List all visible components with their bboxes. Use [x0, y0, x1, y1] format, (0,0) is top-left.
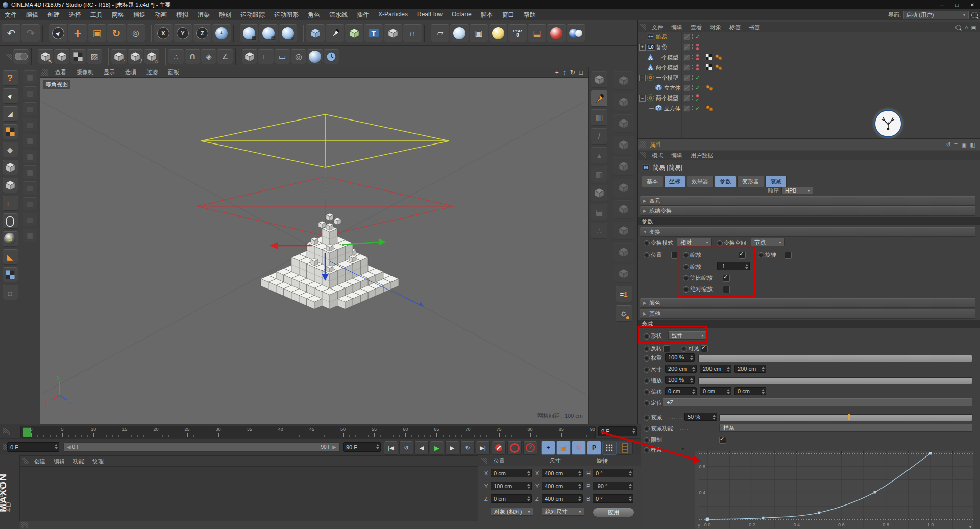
subdivision-surface-icon[interactable] — [345, 24, 363, 42]
anim-dot-icon[interactable] — [681, 346, 687, 352]
size-x-field[interactable]: 200 cm — [665, 365, 697, 373]
layer-box-icon[interactable] — [683, 54, 690, 61]
viewport-control-icon-3[interactable]: □ — [579, 69, 583, 76]
size-y-field2[interactable]: 400 cm — [542, 482, 583, 490]
group-quaternion[interactable]: ▶四元 — [640, 196, 975, 206]
strip-cone-icon[interactable]: ▲ — [591, 147, 607, 163]
scale-tool-icon[interactable]: ▣ — [88, 24, 106, 42]
weight-field[interactable]: 100 % — [665, 353, 695, 362]
tree-expander-icon[interactable]: − — [639, 75, 646, 81]
texture-mode-icon[interactable] — [70, 49, 86, 64]
attr-lock-icon[interactable]: ▣ — [961, 141, 966, 148]
attr-split-icon[interactable]: ◧ — [970, 141, 975, 148]
left-strip2-icon-6[interactable]: ▦ — [23, 165, 37, 179]
polygon-tool-icon[interactable]: ◆ — [3, 142, 18, 157]
preview-range-slider[interactable]: ◀ 0 F 90 F ▶ — [63, 442, 340, 452]
transform-mode-dropdown[interactable]: 相对 — [677, 238, 712, 246]
material-menu-创建[interactable]: 创建 — [30, 458, 50, 465]
anim-dot-icon[interactable] — [644, 355, 650, 362]
enabled-check-icon[interactable]: ✓ — [695, 74, 702, 82]
apply-button[interactable]: 应用 — [593, 508, 634, 517]
menu-角色[interactable]: 角色 — [303, 11, 325, 19]
next-key-button[interactable]: ↻ — [460, 441, 475, 455]
quantize-icon[interactable]: ∠ — [217, 49, 233, 64]
workplane-axis-icon[interactable]: ∟ — [258, 49, 274, 64]
menu-动画[interactable]: 动画 — [150, 11, 172, 19]
shape-dropdown[interactable]: 线性 — [668, 331, 707, 340]
right-strip-b-8-icon[interactable] — [613, 243, 634, 261]
object-row-简易-0[interactable]: 简易✓ — [638, 32, 980, 42]
visibility-dots-icon[interactable] — [692, 65, 694, 70]
psr-zero-icon[interactable]: PSR0 — [508, 24, 527, 42]
rotate-tool-icon[interactable]: ↻ — [107, 24, 126, 42]
left-strip2-icon-5[interactable]: ▦ — [23, 150, 37, 163]
key-position-button[interactable]: + — [541, 441, 555, 455]
falloff-slider[interactable] — [719, 414, 972, 421]
object-label[interactable]: 立方体 — [664, 105, 681, 112]
strip-knife-icon[interactable]: / — [591, 128, 607, 145]
texture-tag-icon[interactable] — [705, 54, 712, 62]
visibility-dots-icon[interactable] — [692, 44, 694, 50]
menu-编辑[interactable]: 编辑 — [21, 11, 43, 19]
object-label[interactable]: 简易 — [656, 33, 667, 41]
motext-icon[interactable]: T — [364, 24, 383, 42]
anim-dot-icon[interactable] — [644, 252, 650, 258]
anim-dot-icon[interactable] — [644, 389, 650, 395]
om-drag-handle[interactable] — [639, 24, 646, 30]
tab-坐标[interactable]: 坐标 — [664, 176, 685, 187]
key-pla-button[interactable] — [602, 441, 617, 455]
scale2-slider[interactable] — [698, 377, 972, 384]
strip-panel-icon[interactable]: ▤ — [591, 204, 607, 220]
menu-捕捉[interactable]: 捕捉 — [129, 11, 150, 19]
render-settings-icon[interactable]: ☼ — [279, 24, 297, 42]
object-row-备份-1[interactable]: +L0备份 — [638, 42, 980, 52]
mouse-input-icon[interactable] — [3, 213, 18, 229]
menu-模拟[interactable]: 模拟 — [172, 11, 193, 19]
invert-checkbox[interactable] — [663, 345, 670, 352]
coin-pair-icon[interactable] — [13, 49, 29, 64]
phong-tag-icon[interactable] — [705, 105, 714, 113]
attr-history-icon[interactable]: ↺ — [946, 141, 951, 148]
object-row-一个模型-4[interactable]: −一个模型✓ — [638, 73, 980, 83]
anim-dot-icon[interactable] — [644, 346, 650, 352]
instance-icon[interactable] — [384, 24, 402, 42]
timeline-ruler[interactable]: 051015202530354045505560657075808590 — [20, 426, 596, 438]
render-view-icon[interactable]: ▦ — [240, 24, 258, 42]
orientation-bar[interactable]: +Z — [663, 398, 972, 406]
coords-size-mode-dropdown[interactable]: 绝对尺寸 — [542, 508, 584, 516]
redo-icon[interactable]: ↷ — [21, 24, 40, 42]
object-label[interactable]: 一个模型 — [656, 54, 678, 61]
tab-变形器[interactable]: 变形器 — [737, 176, 764, 187]
right-strip-b-6-icon[interactable] — [613, 200, 634, 219]
lock-y-axis-icon[interactable]: Y — [174, 24, 192, 42]
strip-axis-cube-icon[interactable] — [591, 71, 607, 88]
render-picture-viewer-icon[interactable]: ▤ — [259, 24, 278, 42]
enable-snap-icon[interactable]: ◈ — [201, 49, 216, 64]
menu-创建[interactable]: 创建 — [43, 11, 64, 19]
orange-grid-icon[interactable] — [3, 124, 18, 139]
interface-dropdown[interactable]: 启动 (用户)▼ — [903, 11, 969, 19]
grid-lock-icon[interactable] — [3, 267, 18, 282]
viewport-control-icon-1[interactable]: ↕ — [563, 69, 566, 76]
gear-tool-icon[interactable]: ☼ — [3, 285, 18, 300]
array-cubes-icon[interactable] — [242, 49, 257, 64]
size-y-field[interactable]: 200 cm — [700, 365, 731, 373]
edges-mode-icon[interactable]: / — [128, 49, 143, 64]
play-button[interactable]: ▶ — [430, 441, 444, 455]
key-help-button[interactable]: ? — [523, 441, 537, 455]
live-selection-icon[interactable]: ► — [49, 24, 67, 42]
right-strip-b-1-icon[interactable] — [613, 93, 634, 111]
pos-x-field[interactable]: 0 cm — [491, 469, 532, 477]
selection-filter-icon[interactable]: ∴ — [168, 49, 184, 64]
viewport-control-icon-2[interactable]: ↻ — [570, 69, 575, 76]
strip-dots-icon[interactable]: ∴ — [591, 223, 607, 239]
anim-dot-icon[interactable] — [683, 252, 689, 258]
pos-z-field[interactable]: 0 cm — [491, 494, 532, 503]
goto-end-button[interactable]: ▶| — [476, 441, 490, 455]
menu-Octane[interactable]: Octane — [447, 11, 476, 19]
gear-orange-icon[interactable]: ☼ — [616, 305, 632, 322]
weight-slider[interactable] — [698, 355, 972, 362]
menu-运动跟踪[interactable]: 运动跟踪 — [236, 11, 270, 19]
tree-expander-icon[interactable]: − — [639, 95, 646, 102]
absolute-scale-checkbox[interactable] — [723, 286, 730, 293]
